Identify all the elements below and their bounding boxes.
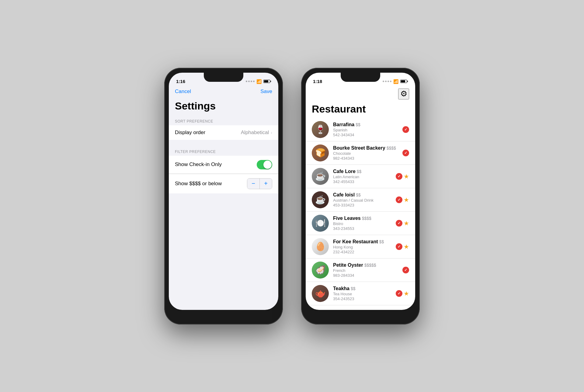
restaurant-price: $$ — [379, 239, 384, 244]
restaurant-price: $$$$ — [387, 146, 396, 151]
checkin-only-label: Show Check-in Only — [175, 161, 222, 168]
restaurant-phone: 354-243523 — [333, 297, 391, 301]
home-bar-2 — [342, 317, 379, 319]
save-button[interactable]: Save — [260, 88, 272, 95]
restaurant-cuisine: Chocolate — [333, 151, 398, 156]
restaurant-phone: 342-455433 — [333, 179, 391, 184]
nav-bar: Cancel Save — [169, 87, 278, 98]
restaurant-price: $$ — [356, 193, 361, 197]
display-order-value: Alphabetical — [241, 130, 269, 136]
filter-section-label: FILTER PREFERENCE — [169, 147, 278, 156]
stepper-minus-button[interactable]: − — [247, 179, 259, 189]
status-time-2: 1:18 — [313, 79, 322, 84]
restaurant-item[interactable]: 🍷Barrafina$$Spanish542-343434✓ — [306, 118, 415, 141]
restaurant-cuisine: Spanish — [333, 128, 398, 132]
display-order-row[interactable]: Display order Alphabetical › — [169, 125, 278, 140]
check-icon[interactable]: ✓ — [396, 220, 402, 227]
star-icon[interactable]: ★ — [404, 173, 409, 180]
restaurant-info: Five Leaves$$$$Bistro343-234553 — [333, 216, 391, 231]
restaurant-name: Cafe loisl — [333, 192, 355, 198]
restaurant-action-icons: ✓★ — [396, 220, 409, 227]
check-icon[interactable]: ✓ — [396, 243, 402, 250]
restaurant-price: $$ — [351, 286, 356, 291]
restaurant-action-icons: ✓★ — [396, 196, 409, 203]
restaurant-item[interactable]: ☕Cafe loisl$$Austrian / Casual Drink453-… — [306, 188, 415, 212]
restaurant-price: $$ — [356, 122, 360, 127]
star-icon[interactable]: ★ — [404, 196, 409, 203]
restaurant-item[interactable]: ☕Cafe Lore$$Latin American342-455433✓★ — [306, 165, 415, 188]
restaurant-avatar: 🍷 — [312, 121, 329, 138]
notch — [341, 73, 380, 82]
cancel-button[interactable]: Cancel — [175, 88, 191, 95]
star-icon[interactable]: ★ — [404, 290, 409, 297]
check-icon[interactable]: ✓ — [396, 290, 402, 297]
settings-gear-button[interactable]: ⚙ — [398, 88, 409, 99]
restaurant-cuisine: Bistro — [333, 221, 391, 226]
battery-icon-2 — [400, 80, 408, 83]
restaurant-avatar: 🫖 — [312, 285, 329, 302]
display-order-label: Display order — [175, 130, 205, 136]
restaurant-name: Teakha — [333, 286, 349, 291]
checkin-only-row[interactable]: Show Check-in Only — [169, 156, 278, 174]
restaurant-price: $$ — [357, 169, 362, 174]
price-filter-row[interactable]: Show $$$$ or below − + — [169, 174, 278, 193]
settings-screen: 1:16 📶 — [169, 73, 278, 310]
restaurant-name: Petite Oyster — [333, 262, 363, 268]
restaurant-info: Cafe loisl$$Austrian / Casual Drink453-3… — [333, 192, 391, 207]
check-icon[interactable]: ✓ — [402, 267, 409, 273]
filter-settings-group: Show Check-in Only Show $$$$ or below − … — [169, 156, 278, 193]
chevron-icon: › — [271, 130, 272, 135]
restaurant-action-icons: ✓★ — [396, 290, 409, 297]
restaurant-item[interactable]: 🫖Teakha$$Tea House354-243523✓★ — [306, 282, 415, 305]
restaurant-item[interactable]: 🦪Petite Oyster$$$$$French983-284334✓ — [306, 258, 415, 282]
restaurant-item[interactable]: 🍽️Five Leaves$$$$Bistro343-234553✓★ — [306, 212, 415, 235]
status-icons-2: 📶 — [383, 79, 408, 84]
restaurant-action-icons: ✓★ — [396, 243, 409, 250]
price-filter-label: Show $$$$ or below — [175, 181, 222, 187]
restaurant-price: $$$$ — [362, 216, 371, 221]
restaurant-info: Teakha$$Tea House354-243523 — [333, 286, 391, 301]
price-stepper[interactable]: − + — [247, 178, 272, 189]
restaurant-phone: 983-284334 — [333, 273, 398, 278]
status-time: 1:16 — [176, 79, 185, 84]
check-icon[interactable]: ✓ — [402, 126, 409, 133]
restaurant-cuisine: Latin American — [333, 175, 391, 179]
restaurant-action-icons: ✓ — [402, 126, 409, 133]
star-icon[interactable]: ★ — [404, 243, 409, 250]
restaurant-info: Petite Oyster$$$$$French983-284334 — [333, 262, 398, 278]
restaurant-content: 1:18 📶 — [306, 73, 415, 310]
checkin-toggle[interactable] — [257, 160, 272, 169]
signal-dots — [246, 81, 255, 82]
restaurant-item[interactable]: 🥚For Kee Restaurant$$Hong Kong232-434222… — [306, 235, 415, 258]
wifi-icon-2: 📶 — [393, 79, 398, 84]
notch — [204, 73, 243, 82]
restaurant-cuisine: Austrian / Casual Drink — [333, 198, 391, 203]
check-icon[interactable]: ✓ — [396, 173, 402, 180]
restaurant-name: Barrafina — [333, 122, 354, 127]
stepper-plus-button[interactable]: + — [260, 179, 272, 189]
signal-dots-2 — [383, 81, 391, 82]
battery-icon — [263, 80, 271, 83]
restaurant-avatar: ☕ — [312, 191, 329, 208]
restaurant-action-icons: ✓ — [402, 150, 409, 156]
check-icon[interactable]: ✓ — [396, 196, 402, 203]
phone-restaurant: 1:18 📶 — [301, 68, 420, 324]
restaurant-cuisine: French — [333, 268, 398, 273]
restaurant-screen: 1:18 📶 — [306, 73, 415, 310]
restaurant-cuisine: Hong Kong — [333, 245, 391, 249]
home-bar — [205, 317, 242, 319]
restaurant-name: Five Leaves — [333, 216, 361, 221]
restaurant-phone: 232-434222 — [333, 250, 391, 254]
restaurant-header: ⚙ — [306, 87, 415, 102]
restaurant-phone: 542-343434 — [333, 133, 398, 137]
restaurant-phone: 982-434343 — [333, 156, 398, 161]
restaurant-cuisine: Tea House — [333, 292, 391, 296]
check-icon[interactable]: ✓ — [402, 150, 409, 156]
phone-settings: 1:16 📶 — [164, 68, 283, 324]
sort-settings-group: Display order Alphabetical › — [169, 125, 278, 140]
star-icon[interactable]: ★ — [404, 220, 409, 227]
restaurant-avatar: 🥚 — [312, 238, 329, 255]
settings-content: 1:16 📶 — [169, 73, 278, 310]
restaurant-item[interactable]: 🍞Bourke Street Backery$$$$Chocolate982-4… — [306, 141, 415, 165]
restaurant-avatar: 🍽️ — [312, 215, 329, 232]
